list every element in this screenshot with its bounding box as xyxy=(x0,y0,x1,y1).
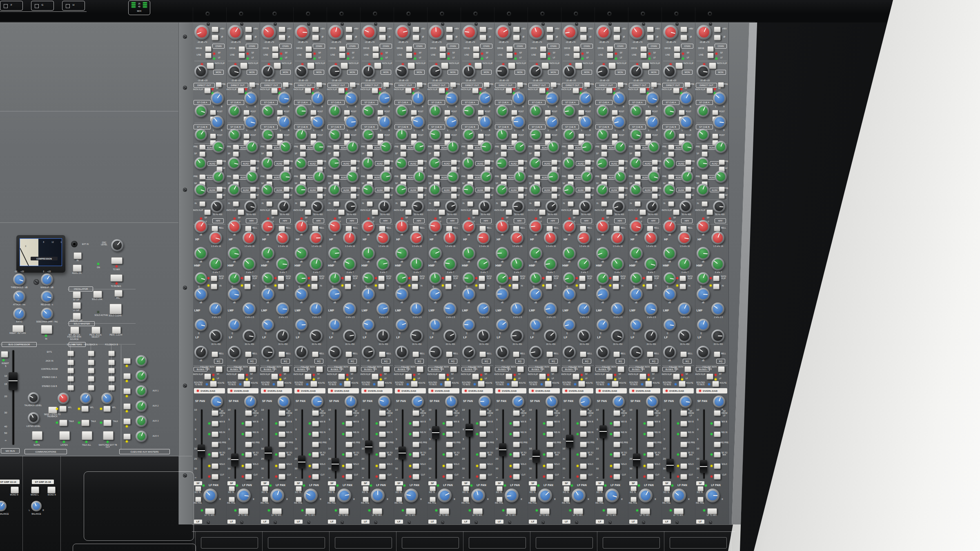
mix-tick: 25 xyxy=(137,3,142,5)
bridge-jack xyxy=(641,11,645,16)
meter-bridge: F G H 25 40 MIX xyxy=(0,0,892,22)
mix-led xyxy=(143,4,147,5)
bridge-jack xyxy=(306,11,310,16)
bridge-seam xyxy=(695,7,695,22)
bridge-module-letter: F xyxy=(9,4,14,7)
mix-led xyxy=(131,2,136,3)
bridge-bottom-edge xyxy=(0,22,755,22)
lower-left-panel xyxy=(0,456,192,551)
mix-led xyxy=(143,7,147,7)
mix-led xyxy=(131,7,136,7)
bridge-jack xyxy=(373,11,377,16)
bridge-seam xyxy=(427,7,428,22)
mix-meter: 25 40 MIX xyxy=(128,0,150,15)
bridge-seam xyxy=(595,7,595,22)
bridge-jack xyxy=(674,11,679,16)
bridge-jack xyxy=(440,11,444,16)
fader-icon xyxy=(66,4,70,8)
bridge-jack xyxy=(607,11,612,16)
bridge-jack xyxy=(406,11,411,16)
bridge-jack xyxy=(272,11,277,16)
bridge-seam xyxy=(327,7,327,22)
bridge-seam xyxy=(360,7,361,22)
bridge-module-H: H xyxy=(62,1,85,11)
mix-tick: 40 xyxy=(137,6,142,8)
bridge-jack xyxy=(239,11,243,16)
bridge-jack xyxy=(708,11,712,16)
mixing-console-scene: F G H 25 40 MIX +48VØ-20 dB +70CHANDRIVE… xyxy=(0,0,980,551)
bridge-seam xyxy=(461,7,461,22)
bridge-module-letter: G xyxy=(40,4,45,7)
mix-meter-label: MIX xyxy=(135,10,143,13)
bridge-jack xyxy=(205,11,210,16)
bridge-line xyxy=(0,11,87,12)
bridge-seam xyxy=(494,7,494,22)
armrest xyxy=(192,524,741,551)
bridge-seam xyxy=(561,7,561,22)
bridge-seam xyxy=(394,7,394,22)
bridge-module-G: G xyxy=(31,1,54,11)
bridge-jack xyxy=(339,11,344,16)
bridge-jack xyxy=(507,11,511,16)
bridge-jack xyxy=(540,11,545,16)
bridge-seam xyxy=(260,7,260,22)
mix-led xyxy=(131,4,136,5)
mix-led xyxy=(143,2,147,3)
bridge-seam xyxy=(293,7,294,22)
bridge-jack xyxy=(574,11,578,16)
bridge-seam xyxy=(628,7,628,22)
bridge-jack xyxy=(473,11,478,16)
bridge-seam xyxy=(226,7,227,22)
bridge-seam xyxy=(193,7,193,22)
bridge-module-letter: H xyxy=(71,4,76,7)
fader-icon xyxy=(35,4,39,8)
console-deck xyxy=(0,22,760,524)
bridge-module-F: F xyxy=(0,1,23,11)
fader-icon xyxy=(4,4,8,8)
bridge-seam xyxy=(662,7,662,22)
bridge-seam xyxy=(528,7,528,22)
